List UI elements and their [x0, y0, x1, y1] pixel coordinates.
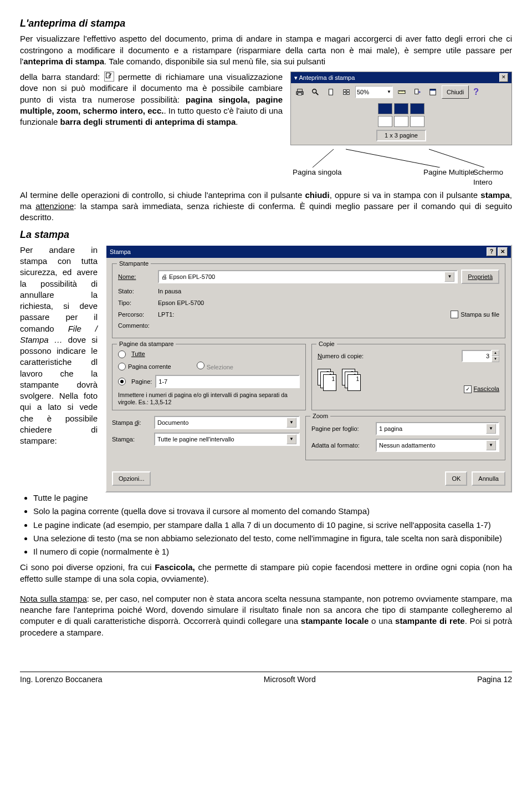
chevron-down-icon: ▼	[287, 434, 296, 444]
zoom-combo[interactable]: 50%▼	[355, 86, 393, 98]
text: .	[236, 117, 238, 126]
page-footer: Ing. Lorenzo Boccanera Microsoft Word Pa…	[20, 672, 512, 685]
text: , oppure si va in stampa con il pulsante	[330, 190, 481, 200]
svg-point-3	[313, 89, 316, 93]
close-icon[interactable]: ✕	[498, 247, 508, 256]
print-preview-toolbar: ▾ Anteprima di stampa ✕ 50%▼ Chiudi ?	[290, 72, 512, 190]
chevron-down-icon: ▼	[387, 89, 391, 95]
print-icon[interactable]	[293, 85, 306, 99]
label-single-page: Pagina singola	[293, 167, 342, 177]
pages-per-sheet-combo[interactable]: 1 pagina▼	[376, 422, 499, 435]
label-name: Nome:	[118, 273, 155, 281]
collate-label: Fascicola	[474, 385, 499, 393]
copies-value: 3	[486, 352, 489, 360]
radio-selection-label: Selezione	[207, 364, 233, 370]
svg-rect-5	[329, 89, 333, 95]
cancel-button[interactable]: Annulla	[472, 471, 505, 486]
pages-value: 1-7	[158, 378, 167, 386]
text-bold: stampa	[480, 190, 510, 200]
help-icon[interactable]: ?	[473, 86, 479, 98]
print-range-value: Tutte le pagine nell'intervallo	[157, 435, 234, 444]
label-pages-per-sheet: Pagine per foglio:	[311, 425, 372, 433]
text-bold: stampante di rete	[395, 616, 465, 626]
list-item: Solo la pagina corrente (quella dove si …	[33, 506, 512, 517]
text-bold: Fascicola,	[155, 562, 195, 572]
radio-pages[interactable]: Pagine: 1-7	[118, 375, 300, 388]
properties-button[interactable]: Proprietà	[461, 270, 499, 284]
fullscreen-icon[interactable]	[426, 85, 439, 99]
text-bold: barra degli strumenti di anteprima di st…	[60, 117, 236, 126]
para-4: Per andare in stampa con tutta sicurezza…	[20, 245, 98, 447]
preview-title-text: ▾ Anteprima di stampa	[294, 74, 355, 82]
properties-label: Proprietà	[468, 273, 493, 281]
radio-current-label: Pagina corrente	[128, 363, 171, 371]
text: : la stampa sarà immediata, senza richie…	[20, 201, 512, 222]
group-page-range: Tutte Pagina corrente Selezione Pagine: …	[112, 344, 306, 410]
print-to-file-checkbox[interactable]: Stampa su file	[451, 311, 499, 319]
svg-rect-8	[344, 93, 346, 95]
multi-page-icon[interactable]	[340, 85, 353, 99]
help-icon[interactable]: ?	[487, 247, 497, 256]
collate-illustration: 321 321	[318, 369, 363, 390]
copies-spinner[interactable]: ▲▼	[492, 350, 499, 362]
ok-label: OK	[452, 475, 461, 483]
magnifier-page-icon	[104, 72, 114, 82]
svg-line-4	[316, 93, 318, 95]
scale-to-value: Nessun adattamento	[379, 441, 436, 450]
text: . Tale comando, disponibile sia sul menù…	[104, 57, 325, 66]
page-grid[interactable]: 1 x 3 pagine	[374, 101, 428, 145]
print-dialog: Stampa ? ✕ Nome: 🖨 Epson EPL-5700 ▼ Prop…	[105, 245, 512, 492]
footer-center: Microsoft Word	[264, 674, 316, 685]
radio-current[interactable]: Pagina corrente	[118, 363, 171, 371]
single-page-icon[interactable]	[324, 85, 337, 99]
svg-rect-9	[347, 93, 349, 95]
svg-line-20	[429, 149, 484, 167]
text: Al termine delle operazioni di controllo…	[20, 190, 305, 200]
print-range-combo[interactable]: Tutte le pagine nell'intervallo▼	[154, 433, 300, 446]
path-value: LPT1:	[158, 311, 174, 319]
print-what-combo[interactable]: Documento▼	[154, 416, 300, 429]
text: Ci sono poi diverse opzioni, fra cui	[20, 562, 155, 572]
radio-all[interactable]: Tutte	[118, 350, 300, 358]
heading-preview: L'anteprima di stampa	[20, 17, 512, 30]
radio-all-label: Tutte	[131, 350, 145, 358]
state-value: In pausa	[158, 287, 181, 296]
copies-input[interactable]: 3	[462, 350, 492, 362]
printer-name-value: Epson EPL-5700	[169, 273, 215, 280]
chevron-down-icon: ▼	[287, 418, 296, 428]
svg-line-18	[313, 149, 334, 167]
dialog-title-text: Stampa	[110, 248, 131, 256]
options-button[interactable]: Opzioni...	[112, 471, 151, 486]
text-underline: attenzione	[35, 201, 74, 211]
preview-titlebar: ▾ Anteprima di stampa ✕	[291, 72, 511, 83]
footer-right: Pagina 12	[477, 674, 512, 685]
collate-checkbox[interactable]: Fascicola	[464, 385, 499, 393]
svg-rect-2	[298, 93, 302, 95]
close-icon[interactable]: ✕	[499, 73, 508, 82]
para-6: Nota sulla stampa: se, per caso, nel com…	[20, 593, 512, 638]
close-button[interactable]: Chiudi	[442, 85, 469, 99]
shrink-icon[interactable]	[411, 85, 424, 99]
zoom-value: 50%	[357, 88, 369, 96]
label-type: Tipo:	[118, 299, 155, 307]
text-bold: chiudi	[305, 190, 330, 200]
group-printer: Nome: 🖨 Epson EPL-5700 ▼ Proprietà Stato…	[112, 263, 505, 338]
label-scale-to: Adatta al formato:	[311, 441, 372, 450]
svg-rect-15	[415, 89, 418, 94]
ruler-icon[interactable]	[395, 85, 408, 99]
svg-line-19	[346, 149, 440, 167]
options-label: Opzioni...	[119, 475, 144, 483]
pages-per-sheet-value: 1 pagina	[379, 425, 402, 433]
footer-left: Ing. Lorenzo Boccanera	[20, 674, 103, 685]
scale-to-combo[interactable]: Nessun adattamento▼	[376, 439, 499, 452]
chevron-down-icon: ▼	[486, 424, 496, 434]
cancel-label: Annulla	[478, 475, 499, 483]
para-5: Ci sono poi diverse opzioni, fra cui Fas…	[20, 562, 512, 585]
close-label: Chiudi	[447, 88, 464, 96]
pages-input[interactable]: 1-7	[155, 375, 300, 388]
ok-button[interactable]: OK	[445, 471, 467, 486]
text: della barra standard:	[20, 72, 104, 82]
printer-name-combo[interactable]: 🖨 Epson EPL-5700 ▼	[158, 270, 458, 283]
radio-selection: Selezione	[197, 362, 233, 372]
magnifier-icon[interactable]	[309, 85, 322, 99]
